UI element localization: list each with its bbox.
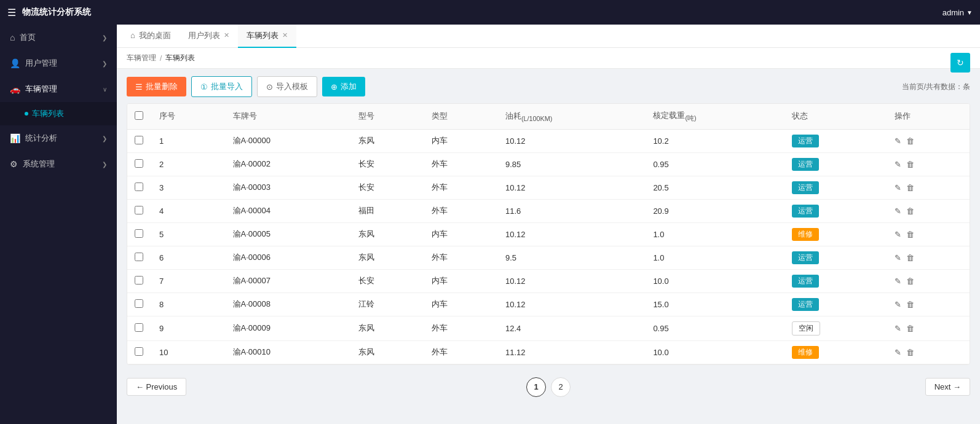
page-content: ☰ 批量删除 ① 批量导入 ⊙ 导入模板 ⊕ 添加 当前页/共有数据：条 <box>117 69 980 424</box>
sidebar-subitem-vehicle-list[interactable]: 车辆列表 <box>0 102 117 125</box>
content-area: ⌂ 我的桌面 用户列表 ✕ 车辆列表 ✕ 车辆管理 / 车辆列表 ↻ <box>117 25 980 424</box>
row-checkbox-cell <box>127 246 152 269</box>
tab-vehicle-list[interactable]: 车辆列表 ✕ <box>238 25 296 48</box>
row-checkbox-4[interactable] <box>135 229 143 238</box>
row-status: 维修 <box>784 340 887 364</box>
row-capacity: 0.95 <box>646 316 784 340</box>
row-fuel: 10.12 <box>498 129 646 152</box>
table-row: 3 渝A·00003 长安 外车 10.12 20.5 运营 ✎ 🗑 <box>127 176 970 199</box>
edit-icon[interactable]: ✎ <box>895 230 901 239</box>
sidebar-item-home[interactable]: ⌂ 首页 ❯ <box>0 25 117 50</box>
status-badge: 运营 <box>792 275 819 288</box>
col-header-checkbox <box>127 104 152 129</box>
edit-icon[interactable]: ✎ <box>895 300 901 309</box>
refresh-button[interactable]: ↻ <box>950 53 970 73</box>
delete-icon[interactable]: 🗑 <box>906 136 914 146</box>
row-checkbox-cell <box>127 269 152 292</box>
tab-home[interactable]: ⌂ 我的桌面 <box>122 25 180 48</box>
row-checkbox-2[interactable] <box>135 183 143 191</box>
edit-icon[interactable]: ✎ <box>895 324 901 333</box>
import-icon: ① <box>200 82 208 92</box>
stats-icon: 📊 <box>10 133 20 143</box>
table-row: 6 渝A·00006 东风 外车 9.5 1.0 运营 ✎ 🗑 <box>127 246 970 269</box>
edit-icon[interactable]: ✎ <box>895 136 901 146</box>
tab-vehicle-list-close[interactable]: ✕ <box>282 31 288 39</box>
row-plate: 渝A·00007 <box>226 269 351 292</box>
row-status: 运营 <box>784 176 887 199</box>
import-template-button[interactable]: ⊙ 导入模板 <box>257 76 317 97</box>
delete-icon[interactable]: 🗑 <box>906 348 914 357</box>
row-plate: 渝A·00009 <box>226 316 351 340</box>
tab-home-label: 我的桌面 <box>139 30 171 41</box>
row-plate: 渝A·00003 <box>226 176 351 199</box>
sidebar-item-vehicle-mgmt[interactable]: 🚗 车辆管理 ∨ <box>0 76 117 102</box>
add-button[interactable]: ⊕ 添加 <box>322 77 365 96</box>
tab-user-list[interactable]: 用户列表 ✕ <box>180 25 238 48</box>
row-type: 外车 <box>424 246 498 269</box>
tab-user-list-close[interactable]: ✕ <box>224 31 229 39</box>
col-header-status: 状态 <box>784 104 887 129</box>
vehicle-table: 序号 车牌号 型号 类型 油耗(L/100KM) 核定载重(吨) 状态 操作 <box>127 103 970 365</box>
sidebar-item-sys-mgmt[interactable]: ⚙ 系统管理 ❯ <box>0 151 117 177</box>
row-model: 长安 <box>351 176 425 199</box>
row-checkbox-8[interactable] <box>135 323 143 332</box>
prev-button[interactable]: ← Previous <box>127 378 186 396</box>
row-status: 运营 <box>784 246 887 269</box>
delete-icon[interactable]: 🗑 <box>906 206 914 216</box>
add-icon: ⊕ <box>331 82 338 92</box>
row-actions: ✎ 🗑 <box>887 152 970 176</box>
home-icon: ⌂ <box>10 33 15 42</box>
delete-icon[interactable]: 🗑 <box>906 230 914 239</box>
delete-icon[interactable]: 🗑 <box>906 183 914 192</box>
status-badge: 运营 <box>792 205 819 218</box>
row-capacity: 1.0 <box>646 246 784 269</box>
row-checkbox-1[interactable] <box>135 159 143 168</box>
delete-icon[interactable]: 🗑 <box>906 253 914 262</box>
top-bar-right: admin ▼ <box>942 8 973 17</box>
row-fuel: 9.5 <box>498 246 646 269</box>
delete-icon[interactable]: 🗑 <box>906 324 914 333</box>
delete-icon[interactable]: 🗑 <box>906 277 914 286</box>
col-header-fuel: 油耗(L/100KM) <box>498 104 646 129</box>
edit-icon[interactable]: ✎ <box>895 183 901 192</box>
page-btn-2[interactable]: 2 <box>551 377 571 397</box>
row-seq: 2 <box>152 152 226 176</box>
next-button[interactable]: Next → <box>925 378 970 396</box>
batch-delete-button[interactable]: ☰ 批量删除 <box>127 77 186 96</box>
row-seq: 4 <box>152 199 226 222</box>
row-checkbox-3[interactable] <box>135 206 143 214</box>
edit-icon[interactable]: ✎ <box>895 277 901 286</box>
page-btn-1[interactable]: 1 <box>526 377 546 397</box>
row-actions: ✎ 🗑 <box>887 129 970 152</box>
edit-icon[interactable]: ✎ <box>895 253 901 262</box>
row-fuel: 10.12 <box>498 176 646 199</box>
sidebar-item-user-mgmt[interactable]: 👤 用户管理 ❯ <box>0 50 117 76</box>
delete-icon[interactable]: 🗑 <box>906 160 914 169</box>
row-plate: 渝A·00006 <box>226 246 351 269</box>
row-capacity: 15.0 <box>646 292 784 316</box>
row-checkbox-9[interactable] <box>135 347 143 356</box>
row-checkbox-6[interactable] <box>135 276 143 285</box>
row-model: 长安 <box>351 269 425 292</box>
edit-icon[interactable]: ✎ <box>895 160 901 169</box>
row-plate: 渝A·00005 <box>226 222 351 246</box>
admin-dropdown-icon[interactable]: ▼ <box>966 9 973 16</box>
row-checkbox-0[interactable] <box>135 136 143 144</box>
row-fuel: 10.12 <box>498 292 646 316</box>
edit-icon[interactable]: ✎ <box>895 348 901 357</box>
row-capacity: 0.95 <box>646 152 784 176</box>
row-capacity: 10.0 <box>646 269 784 292</box>
row-checkbox-5[interactable] <box>135 253 143 261</box>
status-badge: 空闲 <box>792 321 820 336</box>
batch-import-button[interactable]: ① 批量导入 <box>191 76 252 97</box>
delete-icon[interactable]: 🗑 <box>906 300 914 309</box>
row-checkbox-7[interactable] <box>135 299 143 308</box>
sidebar-item-stats[interactable]: 📊 统计分析 ❯ <box>0 125 117 151</box>
table-row: 2 渝A·00002 长安 外车 9.85 0.95 运营 ✎ 🗑 <box>127 152 970 176</box>
menu-icon[interactable]: ☰ <box>7 7 16 18</box>
row-status: 运营 <box>784 129 887 152</box>
select-all-checkbox[interactable] <box>135 111 143 120</box>
sidebar-label-vehicle-mgmt: 车辆管理 <box>25 84 57 95</box>
col-header-capacity: 核定载重(吨) <box>646 104 784 129</box>
edit-icon[interactable]: ✎ <box>895 206 901 216</box>
